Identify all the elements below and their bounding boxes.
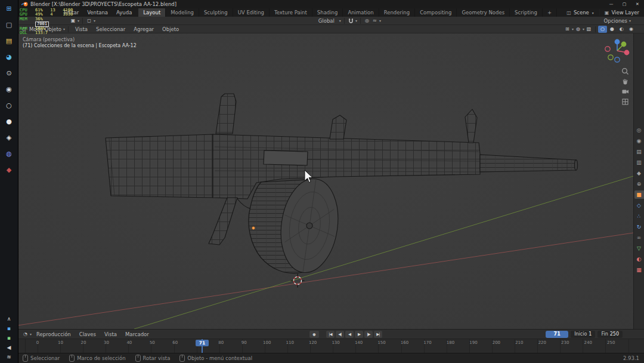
frame-end-field[interactable]: Fin 250 — [597, 331, 623, 338]
timeline-editor-type-icon[interactable]: ◔ — [21, 331, 29, 338]
falloff-dropdown-icon[interactable]: ▾ — [379, 19, 381, 23]
timeline-menu-item[interactable]: Claves — [75, 331, 100, 337]
timeline-menu-item[interactable]: Vista — [100, 331, 121, 337]
maximize-button[interactable]: ▢ — [618, 0, 631, 8]
workspace-tab[interactable]: Texture Paint — [270, 8, 312, 17]
workspace-tab[interactable]: Animation — [343, 8, 379, 17]
render-tab[interactable]: ◉ — [634, 137, 644, 145]
app-ring-icon[interactable]: ○ — [2, 100, 16, 110]
steam-icon[interactable]: ◉ — [2, 84, 16, 94]
workspace-tab[interactable]: + — [543, 8, 557, 17]
tray-app1-icon[interactable]: ▪ — [2, 325, 16, 331]
timeline-menu-item[interactable]: Marcador — [121, 331, 153, 337]
editor-type-dropdown-icon[interactable]: ▾ — [78, 19, 79, 23]
output-tab[interactable]: ▤ — [634, 147, 644, 156]
workspace-tab[interactable]: Modeling — [166, 8, 199, 17]
media-app-icon[interactable]: ◆ — [2, 165, 16, 174]
transform-orientation-dropdown[interactable]: Global — [314, 18, 339, 24]
workspace-tab[interactable]: UV Editing — [233, 8, 270, 17]
workspace-tab[interactable]: Geometry Nodes — [457, 8, 510, 17]
tray-app2-icon[interactable]: ▪ — [2, 334, 16, 341]
workspace-tab[interactable]: Compositing — [415, 8, 457, 17]
timeline-editor-dropdown-icon[interactable]: ▾ — [30, 332, 32, 336]
close-button[interactable]: ✕ — [631, 0, 644, 8]
auto-keying-record-button[interactable]: ● — [309, 331, 319, 338]
editor-type-icon[interactable]: ▣ — [69, 17, 77, 24]
mode-dropdown[interactable]: Modo Objeto — [28, 26, 63, 32]
show-gizmo-icon[interactable]: ⊞ — [564, 26, 571, 33]
show-overlays-icon[interactable]: ◍ — [574, 26, 582, 33]
workspace-tab[interactable]: Scripting — [510, 8, 543, 17]
scene-dropdown-icon[interactable]: ▾ — [592, 11, 594, 15]
texture-tab[interactable]: ▦ — [634, 266, 644, 274]
object-data-tab[interactable]: ▽ — [634, 244, 644, 253]
viewport-menu-item[interactable]: Seleccionar — [92, 26, 129, 32]
viewport-menu-item[interactable]: Objeto — [158, 26, 183, 32]
network-icon[interactable]: ≋ — [2, 353, 16, 360]
topbar-menu-item[interactable]: Editar — [60, 10, 83, 16]
shading-material[interactable]: ◐ — [617, 26, 626, 33]
transport-button[interactable]: |▶ — [364, 331, 373, 338]
world-tab[interactable]: ⊕ — [634, 180, 644, 188]
overlays-dropdown-icon[interactable]: ▾ — [583, 27, 584, 31]
transport-button[interactable]: ▶| — [374, 331, 382, 338]
file-explorer-icon[interactable]: ▤ — [2, 36, 16, 45]
frame-start-field[interactable]: Inicio 1 — [571, 331, 595, 338]
browser-icon[interactable]: ◕ — [2, 52, 16, 61]
transport-button[interactable]: ◀ — [345, 331, 354, 338]
snap-magnet-icon[interactable] — [347, 17, 355, 24]
workspace-tab[interactable]: Layout — [138, 8, 166, 17]
snap-dropdown-icon[interactable]: ▾ — [355, 19, 357, 23]
viewport-menu-item[interactable]: Vista — [71, 26, 92, 32]
transport-button[interactable]: ◀| — [336, 331, 344, 338]
orientation-dropdown-icon[interactable]: ▾ — [339, 19, 341, 23]
discord-icon[interactable]: ◍ — [2, 149, 16, 158]
options-dropdown-icon[interactable]: ▾ — [629, 19, 631, 23]
object-tab[interactable]: ■ — [634, 190, 644, 199]
viewport-menu-item[interactable]: Agregar — [129, 26, 158, 32]
ortho-grid-icon[interactable] — [620, 97, 630, 106]
workspace-tab[interactable]: Rendering — [379, 8, 415, 17]
workspace-tab[interactable]: Sculpting — [199, 8, 233, 17]
volume-icon[interactable]: ◀ — [2, 344, 16, 350]
object-mode-icon[interactable]: ◻ — [20, 26, 28, 33]
interaction-mode-dropdown-icon[interactable]: ▾ — [94, 19, 95, 23]
task-view-icon[interactable]: ▢ — [2, 20, 16, 29]
scene-name[interactable]: Scene — [574, 10, 589, 16]
current-frame-field[interactable]: 71 — [546, 331, 568, 338]
mode-dropdown-icon[interactable]: ▾ — [63, 27, 65, 31]
shading-wireframe[interactable]: ○ — [598, 26, 607, 33]
shading-rendered[interactable]: ◉ — [627, 26, 636, 33]
interaction-mode-icon[interactable]: ◻ — [85, 17, 93, 24]
constraints-tab[interactable]: ∞ — [634, 233, 644, 242]
camera-view-icon[interactable] — [620, 87, 630, 96]
viewport-3d[interactable]: Cámara (perspectiva) (71) Colecciones de… — [18, 33, 633, 329]
app-star-icon[interactable]: ◈ — [2, 133, 16, 142]
pan-hand-icon[interactable] — [620, 77, 630, 86]
timeline-menu-item[interactable]: Reproducción — [32, 331, 75, 337]
minimize-button[interactable]: — — [605, 0, 618, 8]
gizmo-dropdown-icon[interactable]: ▾ — [572, 27, 574, 31]
viewport-3d-scene[interactable] — [18, 33, 633, 329]
search-icon[interactable]: ⊙ — [2, 68, 16, 78]
shading-solid[interactable]: ● — [608, 26, 617, 33]
github-icon[interactable]: ● — [2, 116, 16, 126]
timeline-ruler[interactable]: 0 10 20 30 40 50 60 70 80 90 100 11 — [18, 339, 644, 353]
zoom-icon[interactable] — [620, 67, 630, 76]
scene-tab[interactable]: ◆ — [634, 169, 644, 177]
topbar-menu-item[interactable]: Ventana — [83, 10, 112, 16]
proportional-edit-icon[interactable]: ◎ — [363, 17, 371, 24]
tool-tab[interactable]: ◎ — [634, 126, 644, 134]
transport-button[interactable]: ▶ — [355, 331, 363, 338]
physics-tab[interactable]: ↻ — [634, 223, 644, 231]
modifiers-tab[interactable]: ◇ — [634, 201, 644, 210]
xray-toggle-icon[interactable]: ▧ — [585, 26, 593, 33]
tray-expand-icon[interactable]: ∧ — [2, 315, 16, 322]
topbar-menu-item[interactable]: Ayuda — [112, 10, 136, 16]
scene-browse-icon[interactable]: ◫ — [566, 10, 571, 16]
navigation-gizmo[interactable] — [603, 37, 631, 64]
view-layer-name[interactable]: View Layer — [611, 10, 639, 16]
material-tab[interactable]: ◐ — [634, 255, 644, 263]
playhead-frame-label[interactable]: 71 — [196, 340, 209, 346]
transport-button[interactable]: |◀ — [326, 331, 335, 338]
